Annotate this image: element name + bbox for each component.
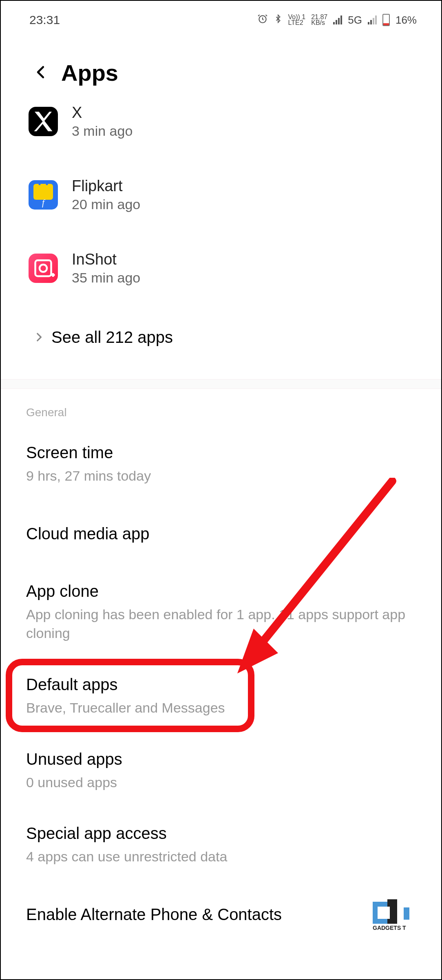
setting-cloud-media[interactable]: Cloud media app [1,502,441,566]
back-button[interactable] [33,61,49,85]
app-sub: 35 min ago [72,270,140,286]
app-name: X [72,104,133,121]
x-app-icon [29,107,58,136]
recent-apps-list: X 3 min ago f Flipkart 20 min ago InShot… [1,102,441,379]
status-right: Vo)) 1 LTE2 21.87 KB/s 5G 16% [257,13,417,27]
setting-app-clone[interactable]: App clone App cloning has been enabled f… [1,566,441,659]
battery-icon [382,14,390,26]
alarm-icon [257,13,268,27]
section-label-general: General [1,389,441,427]
volte-indicator: Vo)) 1 LTE2 [288,14,306,26]
app-row-x[interactable]: X 3 min ago [1,102,441,149]
setting-screen-time[interactable]: Screen time 9 hrs, 27 mins today [1,427,441,502]
page-header: Apps [1,35,441,102]
setting-sub: 0 unused apps [26,773,416,792]
app-name: InShot [72,251,140,268]
signal-icon-2 [368,15,377,24]
bluetooth-icon [274,13,283,27]
section-divider [1,379,441,389]
setting-title: Special app access [26,824,416,843]
status-time: 23:31 [29,13,60,27]
svg-rect-11 [404,907,409,920]
status-bar: 23:31 Vo)) 1 LTE2 21.87 KB/s 5G 16% [1,1,441,35]
watermark-logo: GADGETS T [373,899,434,933]
see-all-label: See all 212 apps [51,328,173,347]
setting-sub: 9 hrs, 27 mins today [26,467,416,486]
setting-title: Unused apps [26,750,416,768]
app-sub: 3 min ago [72,123,133,139]
setting-unused-apps[interactable]: Unused apps 0 unused apps [1,734,441,808]
chevron-right-icon [33,329,44,346]
network-label: 5G [348,14,362,26]
setting-title: Screen time [26,444,416,462]
svg-rect-4 [29,254,58,283]
inshot-app-icon [29,254,58,283]
signal-icon-1 [333,15,342,24]
app-row-flipkart[interactable]: f Flipkart 20 min ago [1,168,441,222]
setting-sub: 4 apps can use unrestricted data [26,848,416,866]
speed-indicator: 21.87 KB/s [311,14,327,26]
setting-title: Cloud media app [26,525,416,543]
flipkart-app-icon: f [29,180,58,210]
setting-title: App clone [26,582,416,600]
battery-percent: 16% [396,14,417,26]
svg-text:GADGETS T: GADGETS T [373,925,406,931]
svg-rect-10 [378,907,390,919]
app-name: Flipkart [72,177,140,195]
app-row-inshot[interactable]: InShot 35 min ago [1,241,441,296]
see-all-apps[interactable]: See all 212 apps [1,308,441,367]
setting-title: Enable Alternate Phone & Contacts [26,905,416,924]
setting-sub: App cloning has been enabled for 1 app. … [26,605,416,643]
page-title: Apps [61,60,118,86]
annotation-highlight [6,659,254,732]
setting-special-access[interactable]: Special app access 4 apps can use unrest… [1,808,441,883]
app-sub: 20 min ago [72,196,140,212]
